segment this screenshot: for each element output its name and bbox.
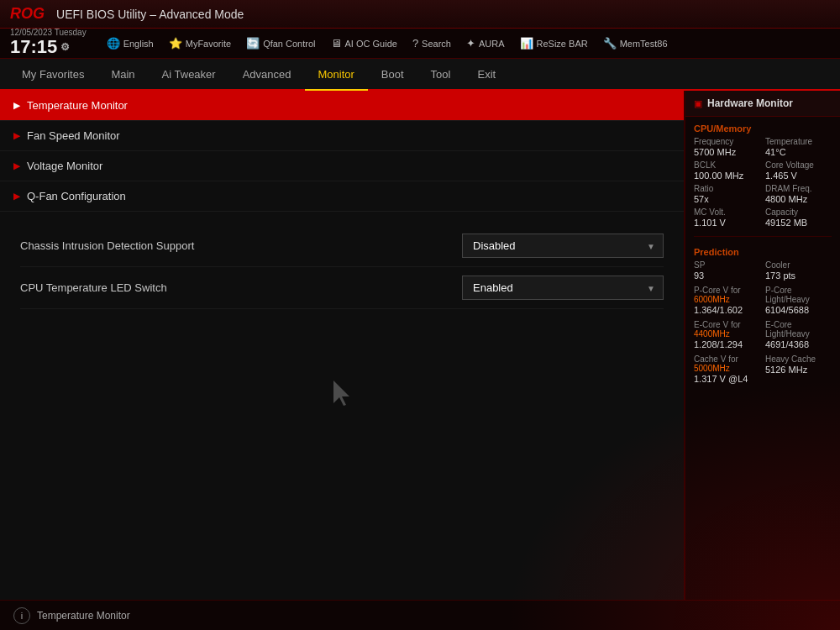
- status-label-6: ReSize BAR: [537, 39, 588, 49]
- sidebar-section-label-0: Temperature Monitor: [27, 99, 128, 112]
- hw-label: BCLK: [694, 160, 760, 170]
- status-item-memtest86[interactable]: 🔧MemTest86: [596, 35, 675, 51]
- hw-pred-cell-2-left: E-Core V for 4400MHz1.208/1.294: [694, 320, 760, 349]
- status-item-myfavorite[interactable]: ⭐MyFavorite: [162, 35, 238, 51]
- hw-cpu-cell-2-right: DRAM Freq.4800 MHz: [765, 184, 832, 204]
- datetime-display: 12/05/2023 Tuesday 17:15 ⚙: [10, 29, 87, 57]
- sidebar-section-1: ▶Fan Speed Monitor: [0, 121, 684, 151]
- hw-monitor-header: ▣ Hardware Monitor: [685, 91, 840, 117]
- sidebar-section-3: ▶Q-Fan Configuration: [0, 181, 684, 212]
- expand-icon-0: ▶: [13, 101, 20, 110]
- hw-label: Core Voltage: [765, 160, 832, 170]
- status-label-2: Qfan Control: [263, 39, 315, 49]
- status-item-aura[interactable]: ✦AURA: [459, 35, 512, 51]
- hw-cpu-cell-0-left: Frequency5700 MHz: [694, 137, 760, 157]
- sidebar-section-label-2: Voltage Monitor: [27, 160, 102, 172]
- info-text: Temperature Monitor: [37, 610, 130, 622]
- hw-cpu-cell-3-left: MC Volt.1.101 V: [694, 207, 760, 228]
- right-panel: ▣ Hardware Monitor CPU/Memory Frequency5…: [685, 91, 840, 600]
- prediction-section-title: Prediction: [685, 240, 840, 260]
- cpu-memory-section-title: CPU/Memory: [685, 117, 840, 137]
- nav-item-ai-tweaker[interactable]: Ai Tweaker: [149, 59, 229, 91]
- hw-value: 49152 MB: [765, 218, 832, 228]
- hw-value: 4691/4368: [765, 339, 832, 349]
- hw-pred-row-0: SP93Cooler173 pts: [685, 260, 840, 286]
- info-icon: i: [13, 607, 30, 624]
- hw-pred-row-3: Cache V for 5000MHz1.317 V @L4Heavy Cach…: [685, 354, 840, 389]
- hw-value: 5700 MHz: [694, 147, 760, 157]
- hw-value: 5126 MHz: [765, 365, 832, 375]
- hw-pred-cell-3-right: Heavy Cache5126 MHz: [765, 354, 832, 384]
- hw-value: 100.00 MHz: [694, 171, 760, 181]
- sidebar-section-label-1: Fan Speed Monitor: [27, 129, 120, 142]
- hw-value: 173 pts: [765, 270, 832, 281]
- sidebar-section-2: ▶Voltage Monitor: [0, 151, 684, 181]
- status-label-0: English: [123, 39, 154, 49]
- nav-item-tool[interactable]: Tool: [417, 59, 465, 91]
- hw-value: 1.208/1.294: [694, 339, 760, 349]
- hw-pred-row-2: E-Core V for 4400MHz1.208/1.294E-Core Li…: [685, 320, 840, 354]
- nav-bar: My FavoritesMainAi TweakerAdvancedMonito…: [0, 59, 840, 91]
- sidebar-section-0: ▶Temperature Monitor: [0, 91, 684, 121]
- hw-label: E-Core V for 4400MHz: [694, 320, 760, 339]
- cpu-memory-grid: Frequency5700 MHzTemperature41°CBCLK100.…: [685, 137, 840, 233]
- dropdown-0[interactable]: DisabledEnabled: [462, 234, 664, 258]
- hw-cpu-cell-0-right: Temperature41°C: [765, 137, 832, 157]
- setting-label-0: Chassis Intrusion Detection Support: [20, 239, 194, 252]
- dropdown-1[interactable]: EnabledDisabled: [462, 276, 664, 300]
- status-item-qfan-control[interactable]: 🔄Qfan Control: [239, 35, 322, 51]
- status-item-ai-oc-guide[interactable]: 🖥AI OC Guide: [324, 35, 404, 51]
- hw-value: 6104/5688: [765, 305, 832, 315]
- sidebar-section-label-3: Q-Fan Configuration: [27, 190, 126, 202]
- status-item-resize-bar[interactable]: 📊ReSize BAR: [513, 35, 595, 51]
- hw-value: 1.465 V: [765, 171, 832, 181]
- hw-highlight: 5000MHz: [694, 364, 730, 373]
- dropdown-wrapper-1[interactable]: EnabledDisabled: [462, 276, 664, 300]
- nav-item-boot[interactable]: Boot: [368, 59, 417, 91]
- nav-item-main[interactable]: Main: [97, 59, 148, 91]
- info-bar: i Temperature Monitor: [0, 600, 840, 630]
- nav-item-advanced[interactable]: Advanced: [229, 59, 305, 91]
- hw-label: Cache V for 5000MHz: [694, 354, 760, 373]
- hw-pred-cell-0-left: SP93: [694, 260, 760, 281]
- hw-pred-cell-1-right: P-Core Light/Heavy6104/5688: [765, 286, 832, 315]
- hw-value: 1.317 V @L4: [694, 374, 760, 384]
- status-icon-6: 📊: [520, 37, 533, 50]
- settings-rows: Chassis Intrusion Detection SupportDisab…: [20, 225, 664, 309]
- sidebar-header-voltage-monitor[interactable]: ▶Voltage Monitor: [0, 151, 684, 181]
- status-icon-7: 🔧: [603, 37, 617, 50]
- hw-label: P-Core Light/Heavy: [765, 286, 832, 304]
- app-title: UEFI BIOS Utility – Advanced Mode: [56, 8, 244, 21]
- nav-item-monitor[interactable]: Monitor: [305, 59, 368, 91]
- status-icon-1: ⭐: [169, 37, 182, 50]
- nav-item-exit[interactable]: Exit: [464, 59, 509, 91]
- hw-pred-cell-3-left: Cache V for 5000MHz1.317 V @L4: [694, 354, 760, 384]
- nav-item-my-favorites[interactable]: My Favorites: [8, 59, 97, 91]
- status-item-english[interactable]: 🌐English: [100, 35, 160, 51]
- expand-icon-2: ▶: [13, 161, 20, 171]
- hw-pred-row-1: P-Core V for 6000MHz1.364/1.602P-Core Li…: [685, 286, 840, 320]
- hw-value: 4800 MHz: [765, 194, 832, 204]
- hw-label: Capacity: [765, 207, 832, 217]
- setting-label-1: CPU Temperature LED Switch: [20, 281, 167, 294]
- hw-pred-cell-0-right: Cooler173 pts: [765, 260, 832, 281]
- sidebar-sections: ▶Temperature Monitor▶Fan Speed Monitor▶V…: [0, 91, 684, 212]
- settings-gear-icon[interactable]: ⚙: [60, 42, 70, 53]
- status-bar: 12/05/2023 Tuesday 17:15 ⚙ 🌐English⭐MyFa…: [0, 29, 840, 59]
- status-item-search[interactable]: ?Search: [406, 35, 458, 51]
- dropdown-wrapper-0[interactable]: DisabledEnabled: [462, 234, 664, 258]
- prediction-grid: SP93Cooler173 ptsP-Core V for 6000MHz1.3…: [685, 260, 840, 389]
- sidebar-header-temperature-monitor[interactable]: ▶Temperature Monitor: [0, 91, 684, 120]
- hw-value: 57x: [694, 194, 760, 204]
- hw-label: Frequency: [694, 137, 760, 146]
- hw-highlight: 6000MHz: [694, 295, 730, 304]
- status-label-1: MyFavorite: [186, 39, 231, 49]
- time-display: 17:15 ⚙: [10, 37, 87, 57]
- left-panel: ▶Temperature Monitor▶Fan Speed Monitor▶V…: [0, 91, 685, 600]
- hw-label: Heavy Cache: [765, 354, 832, 364]
- hw-label: Cooler: [765, 260, 832, 270]
- settings-area: Chassis Intrusion Detection SupportDisab…: [0, 212, 684, 487]
- cursor-decoration: [20, 309, 664, 474]
- sidebar-header-q-fan-configuration[interactable]: ▶Q-Fan Configuration: [0, 181, 684, 211]
- sidebar-header-fan-speed-monitor[interactable]: ▶Fan Speed Monitor: [0, 121, 684, 150]
